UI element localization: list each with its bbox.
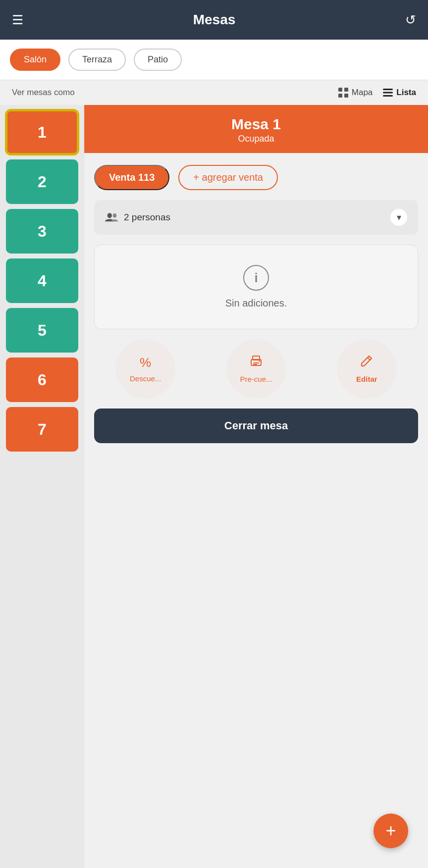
svg-rect-1 bbox=[344, 88, 348, 92]
chevron-down-icon: ▾ bbox=[390, 209, 407, 226]
table-number-6: 6 bbox=[38, 371, 47, 389]
svg-point-13 bbox=[259, 360, 260, 362]
precuenta-label: Pre-cue... bbox=[240, 375, 272, 383]
table-item-6[interactable]: 6 bbox=[6, 357, 78, 402]
table-number-4: 4 bbox=[38, 272, 47, 290]
mapa-label: Mapa bbox=[352, 88, 373, 98]
descuento-label: Descue... bbox=[130, 374, 161, 383]
table-number-2: 2 bbox=[38, 173, 47, 191]
table-number-5: 5 bbox=[38, 321, 47, 340]
svg-point-8 bbox=[113, 213, 116, 217]
table-number-1: 1 bbox=[38, 123, 47, 142]
svg-rect-12 bbox=[253, 364, 257, 365]
view-toggle-bar: Ver mesas como Mapa Lista bbox=[0, 80, 428, 105]
action-buttons: % Descue... Pre-cue... bbox=[94, 339, 418, 399]
mesa-status: Ocupada bbox=[99, 134, 413, 144]
svg-rect-11 bbox=[253, 362, 259, 363]
view-mapa[interactable]: Mapa bbox=[338, 87, 373, 98]
svg-line-14 bbox=[368, 357, 370, 360]
tab-bar: Salón Terraza Patio bbox=[0, 40, 428, 80]
precuenta-button[interactable]: Pre-cue... bbox=[226, 339, 286, 399]
mesa-header: Mesa 1 Ocupada bbox=[84, 105, 428, 153]
editar-label: Editar bbox=[356, 375, 377, 383]
main-content: 1 2 3 4 5 6 7 Mesa 1 Ocupada bbox=[0, 105, 428, 868]
page-title: Mesas bbox=[193, 12, 236, 28]
tab-patio[interactable]: Patio bbox=[134, 49, 182, 71]
agregar-venta-button[interactable]: + agregar venta bbox=[178, 165, 278, 190]
detail-panel: Mesa 1 Ocupada Venta 113 + agregar venta bbox=[84, 105, 428, 868]
table-number-3: 3 bbox=[38, 222, 47, 241]
personas-label: 2 personas bbox=[124, 212, 170, 223]
svg-rect-3 bbox=[344, 94, 348, 98]
tab-terraza[interactable]: Terraza bbox=[68, 49, 126, 71]
table-item-5[interactable]: 5 bbox=[6, 308, 78, 353]
view-lista[interactable]: Lista bbox=[382, 87, 416, 98]
no-additions-text: Sin adiciones. bbox=[225, 298, 287, 309]
cerrar-mesa-button[interactable]: Cerrar mesa bbox=[94, 408, 418, 443]
editar-button[interactable]: Editar bbox=[337, 339, 396, 399]
pencil-icon bbox=[360, 355, 373, 371]
print-icon bbox=[249, 355, 263, 371]
svg-point-7 bbox=[107, 213, 112, 218]
panel-body: Venta 113 + agregar venta 2 personas ▾ bbox=[84, 153, 428, 455]
table-item-4[interactable]: 4 bbox=[6, 258, 78, 303]
table-item-2[interactable]: 2 bbox=[6, 159, 78, 204]
view-options: Mapa Lista bbox=[338, 87, 416, 98]
mesa-title: Mesa 1 bbox=[99, 116, 413, 133]
table-number-7: 7 bbox=[38, 420, 47, 439]
svg-rect-6 bbox=[383, 95, 393, 97]
venta-row: Venta 113 + agregar venta bbox=[94, 165, 418, 190]
list-icon bbox=[382, 87, 393, 98]
svg-rect-4 bbox=[383, 89, 393, 90]
people-icon bbox=[105, 212, 118, 223]
table-item-7[interactable]: 7 bbox=[6, 407, 78, 452]
svg-rect-5 bbox=[383, 92, 393, 94]
no-additions-panel: i Sin adiciones. bbox=[94, 245, 418, 329]
svg-rect-2 bbox=[338, 94, 342, 98]
svg-rect-0 bbox=[338, 88, 342, 92]
hamburger-icon[interactable]: ☰ bbox=[12, 12, 23, 28]
fab-add-button[interactable]: + bbox=[374, 814, 408, 848]
grid-icon bbox=[338, 87, 349, 98]
view-bar-label: Ver mesas como bbox=[12, 88, 75, 98]
table-item-1[interactable]: 1 bbox=[6, 110, 78, 154]
venta-badge[interactable]: Venta 113 bbox=[94, 165, 169, 190]
personas-left: 2 personas bbox=[105, 212, 170, 223]
info-icon: i bbox=[243, 265, 269, 291]
refresh-icon[interactable]: ↺ bbox=[405, 12, 416, 28]
descuento-button[interactable]: % Descue... bbox=[116, 339, 175, 399]
lista-label: Lista bbox=[396, 88, 416, 98]
tab-salon[interactable]: Salón bbox=[10, 49, 60, 71]
app-header: ☰ Mesas ↺ bbox=[0, 0, 428, 40]
table-list: 1 2 3 4 5 6 7 bbox=[0, 105, 84, 868]
percent-icon: % bbox=[140, 355, 151, 370]
personas-dropdown[interactable]: 2 personas ▾ bbox=[94, 200, 418, 235]
table-item-3[interactable]: 3 bbox=[6, 209, 78, 254]
